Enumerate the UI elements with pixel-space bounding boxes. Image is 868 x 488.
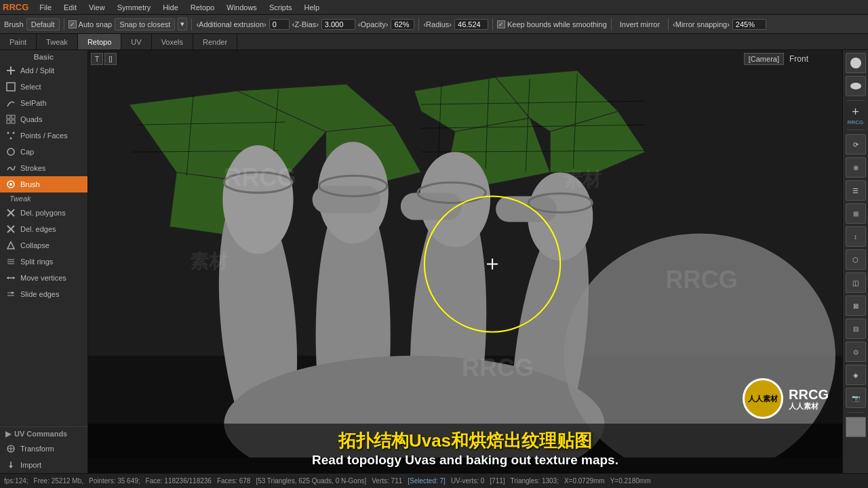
svg-rect-4 [12,115,15,119]
svg-marker-17 [7,242,14,249]
brush-default[interactable]: Default [26,18,60,30]
rrcg-logo: 人人素材 RRCG 人人素材 [743,378,829,419]
sidebar-item-import-label: Import [20,461,41,469]
svg-text:素材: 素材 [564,169,602,190]
sidebar-item-points-faces[interactable]: Points / Faces [0,127,87,144]
uv-commands-header: UV Commands [14,430,67,438]
tab-tweak[interactable]: Tweak [37,34,78,49]
sidebar-item-select[interactable]: Select [0,79,87,95]
sidebar-item-collapse[interactable]: Collapse [0,237,87,253]
rp-icon-1[interactable]: ⟳ [846,134,866,155]
rp-icon-flat-sphere[interactable] [846,76,866,96]
status-selected: [Selected: 7] [408,477,446,485]
tab-retopo[interactable]: Retopo [78,34,121,49]
rp-icon-3[interactable]: ☰ [846,180,866,201]
tab-uv[interactable]: UV [121,34,151,49]
viewport[interactable]: RRCG 素材 RRCG 素材 RRCG [Camera] Front T []… [88,50,842,473]
sidebar-item-selpath-label: SelPath [20,99,47,107]
rp-icon-5[interactable]: ↕ [846,226,866,247]
sidebar-item-selpath[interactable]: SelPath [0,95,87,111]
tool-t[interactable]: T [91,53,103,65]
rp-icon-9[interactable]: ⊟ [846,319,866,339]
radius-label: ‹Radius› [423,20,452,28]
sidebar-item-del-edges[interactable]: Del. edges [0,221,87,237]
zbias-value[interactable]: 3.000 [321,19,355,30]
snap-dropdown-icon[interactable]: ▾ [178,18,187,30]
svg-marker-31 [9,466,13,468]
sidebar-item-move-vertices[interactable]: Move vertices [0,270,87,286]
uv-commands-section: ▶ UV Commands Transform Import [0,426,87,473]
del-edges-icon [5,224,16,235]
svg-point-78 [850,58,861,68]
keep-bounds-checkbox-mark: ✓ [497,20,505,28]
del-polygons-icon [5,207,16,218]
rp-icon-7[interactable]: ◫ [846,272,866,293]
tool-bracket[interactable]: [] [104,53,117,65]
rp-icon-10[interactable]: ⊙ [846,342,866,362]
menu-windows[interactable]: Windows [221,2,262,13]
brush-label: Brush [4,20,24,28]
sidebar-item-add-split[interactable]: Add / Split [0,62,87,79]
sidebar-section-basic: Basic [0,50,87,62]
sidebar-item-brush[interactable]: Brush [0,176,87,192]
add-split-icon [5,65,16,76]
svg-marker-23 [13,277,15,279]
sidebar-item-cap[interactable]: Cap [0,144,87,160]
sidebar-item-strokes-label: Strokes [20,164,45,172]
sidebar-item-move-vertices-label: Move vertices [20,274,66,282]
status-uv-selected: [711] [490,477,505,485]
opacity-value[interactable]: 62% [391,19,414,30]
sidebar-item-points-faces-label: Points / Faces [20,131,68,140]
rp-new-button[interactable]: + RRCG [848,105,864,125]
svg-marker-22 [7,277,9,279]
radius-value[interactable]: 46.524 [454,19,488,30]
mirror-snapping-value[interactable]: 245% [732,19,766,30]
rp-icon-camera[interactable]: 📷 [846,388,866,408]
sidebar-item-split-rings[interactable]: Split rings [0,253,87,270]
rp-icon-6[interactable]: ⬡ [846,249,866,270]
auto-snap-check[interactable]: ✓ Auto snap [68,20,113,28]
3d-canvas: RRCG 素材 RRCG 素材 RRCG [88,50,842,458]
rp-icon-sphere[interactable] [846,53,866,73]
invert-mirror-label[interactable]: Invert mirror [616,19,664,30]
status-triangles2: Triangles: 1303; [511,477,559,485]
camera-label: [Camera] [744,53,784,65]
menu-symmetry[interactable]: Symmetry [112,2,157,13]
menu-hide[interactable]: Hide [157,2,184,13]
rp-icon-8[interactable]: ⊠ [846,296,866,316]
svg-point-9 [10,138,12,140]
sidebar-item-transform-label: Transform [20,445,54,453]
menu-scripts[interactable]: Scripts [264,2,298,13]
transform-icon [5,443,16,454]
menu-help[interactable]: Help [299,2,326,13]
sidebar-item-slide-edges[interactable]: Slide edges [0,286,87,302]
menu-view[interactable]: View [83,2,111,13]
sidebar-item-del-polygons[interactable]: Del. polygons [0,205,87,221]
snap-to-label[interactable]: Snap to closest [115,18,175,30]
keep-bounds-label: Keep bounds while smoothing [507,20,607,28]
rp-icon-2[interactable]: ⊕ [846,157,866,178]
sidebar: Basic Add / Split Select SelPath Quads [0,50,88,473]
rrcg-text-block: RRCG 人人素材 [789,387,829,410]
rp-icon-11[interactable]: ◈ [846,365,866,385]
sidebar-item-strokes[interactable]: Strokes [0,160,87,176]
sidebar-item-del-edges-label: Del. edges [20,225,56,233]
menu-file[interactable]: File [34,2,57,13]
menu-edit[interactable]: Edit [58,2,82,13]
rp-icon-4[interactable]: ⊞ [846,203,866,224]
svg-point-54 [222,145,293,253]
uv-section-expand-icon[interactable]: ▶ [5,429,12,439]
sidebar-item-select-label: Select [20,83,41,91]
sidebar-item-transform[interactable]: Transform [0,441,87,457]
tab-paint[interactable]: Paint [0,34,37,49]
tab-render[interactable]: Render [193,34,237,49]
menu-retopo[interactable]: Retopo [185,2,220,13]
tab-voxels[interactable]: Voxels [152,34,193,49]
keep-bounds-check[interactable]: ✓ Keep bounds while smoothing [497,20,607,28]
sidebar-item-import[interactable]: Import [0,457,87,473]
app-logo: RRCG [3,2,28,12]
sidebar-item-quads[interactable]: Quads [0,111,87,127]
additional-extrusion-value[interactable]: 0 [269,19,290,30]
svg-point-10 [7,148,14,155]
rp-icon-gray-square [846,417,866,437]
